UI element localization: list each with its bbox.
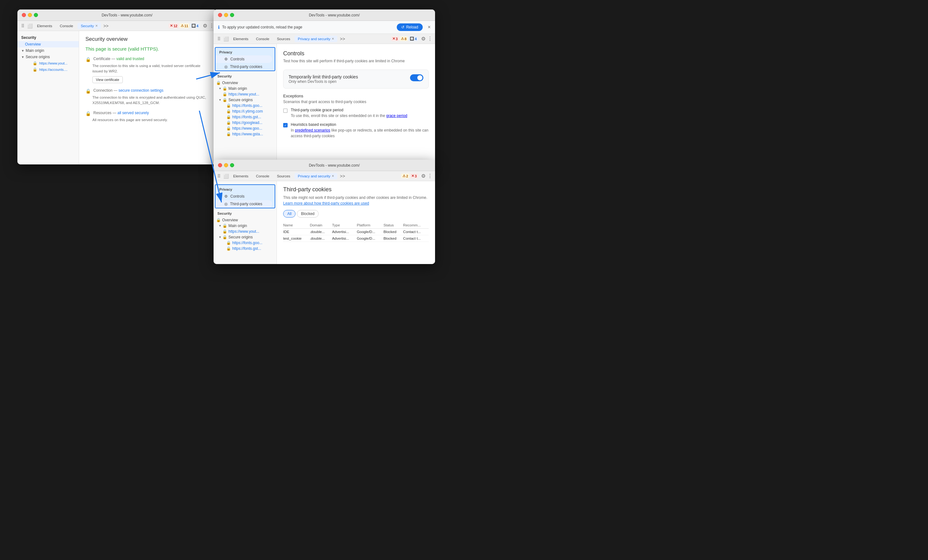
minimize-button-3[interactable] bbox=[224, 163, 228, 167]
tree-main-url-3[interactable]: 🔒 https://www.yout... bbox=[214, 228, 276, 234]
tree-secure-url5-2[interactable]: 🔒 https://www.goo... bbox=[214, 126, 276, 131]
connection-status-link[interactable]: secure connection settings bbox=[118, 88, 163, 93]
cert-body: The connection to this site is using a v… bbox=[85, 63, 211, 83]
tab-elements-2[interactable]: Elements bbox=[230, 36, 252, 42]
close-button-1[interactable] bbox=[22, 13, 26, 17]
close-button-2[interactable] bbox=[218, 13, 222, 17]
sidebar-third-party-3[interactable]: ◎ Third-party cookies bbox=[215, 200, 272, 208]
devtools-icon-2b[interactable]: ⬜ bbox=[223, 36, 229, 42]
more-tabs-1[interactable]: >> bbox=[102, 23, 110, 29]
more-icon-3[interactable]: ⋮ bbox=[427, 173, 432, 179]
filter-all-tab[interactable]: All bbox=[283, 210, 296, 218]
cell-type: Advertisi... bbox=[332, 228, 357, 235]
gear-icon-3[interactable]: ⚙ bbox=[421, 173, 426, 179]
close-button-3[interactable] bbox=[218, 163, 222, 167]
tree-secure-url2-2[interactable]: 🔒 https://i.ytimg.com bbox=[214, 108, 276, 114]
learn-more-link[interactable]: Learn more about how third-party cookies… bbox=[283, 201, 369, 205]
tab-privacy-security[interactable]: Privacy and security ✕ bbox=[295, 36, 337, 42]
tab-sources-3[interactable]: Sources bbox=[274, 173, 293, 179]
devtools-icon-1[interactable]: ⠿ bbox=[20, 23, 26, 29]
table-row[interactable]: IDE.double...Advertisi...Google/D...Bloc… bbox=[283, 228, 429, 235]
close-icon-security-tab[interactable]: ✕ bbox=[95, 24, 98, 27]
devtools-icon-3a[interactable]: ⠿ bbox=[216, 173, 222, 179]
close-icon-privacy-tab[interactable]: ✕ bbox=[331, 37, 334, 41]
resources-status-link[interactable]: all served securely bbox=[118, 111, 149, 115]
lock-icon-res: 🔒 bbox=[85, 111, 91, 116]
close-icon-tab-3[interactable]: ✕ bbox=[331, 174, 334, 178]
tab-console-2[interactable]: Console bbox=[253, 36, 272, 42]
tab-console-3[interactable]: Console bbox=[253, 173, 272, 179]
resources-header: 🔒 Resources — all served securely bbox=[85, 111, 211, 116]
predefined-scenarios-link[interactable]: predefined scenarios bbox=[295, 128, 330, 132]
sidebar-item-url2[interactable]: 🔒 https://accounts.... bbox=[17, 66, 79, 73]
lock-icon-overview-2: 🔒 bbox=[216, 81, 221, 85]
filter-blocked-tab[interactable]: Blocked bbox=[297, 210, 319, 218]
maximize-button-2[interactable] bbox=[230, 13, 234, 17]
tree-secure-url6-2[interactable]: 🔒 https://www.gsta... bbox=[214, 131, 276, 137]
col-domain: Domain bbox=[310, 222, 332, 228]
window-title-2: DevTools - www.youtube.com/ bbox=[238, 13, 430, 17]
cell-platform: Google/D... bbox=[357, 228, 383, 235]
sidebar-controls-3[interactable]: ⚙ Controls bbox=[215, 193, 275, 200]
connection-section: 🔒 Connection — secure connection setting… bbox=[85, 88, 211, 106]
devtools-icon-3b[interactable]: ⬜ bbox=[223, 173, 229, 179]
sidebar-third-party[interactable]: ◎ Third-party cookies bbox=[215, 63, 275, 70]
tree-secure-url1-2[interactable]: 🔒 https://fonts.goo... bbox=[214, 103, 276, 108]
tab-sources-2[interactable]: Sources bbox=[274, 36, 293, 42]
maximize-button-1[interactable] bbox=[34, 13, 38, 17]
lock-icon-su6-2: 🔒 bbox=[226, 132, 231, 136]
cell-recomm: Contact t... bbox=[403, 228, 429, 235]
col-name: Name bbox=[283, 222, 310, 228]
sidebar-item-url1[interactable]: 🔒 https://www.yout... bbox=[17, 60, 79, 66]
grace-period-link[interactable]: grace period bbox=[386, 114, 408, 118]
sidebar-item-overview[interactable]: Overview bbox=[17, 41, 79, 47]
limit-title: Temporarily limit third-party cookies bbox=[288, 74, 358, 79]
tree-secure-url1-3[interactable]: 🔒 https://fonts.goo... bbox=[214, 240, 276, 246]
tab-elements-1[interactable]: Elements bbox=[34, 23, 55, 29]
traffic-lights-2 bbox=[218, 13, 234, 17]
tree-secure-url3-2[interactable]: 🔒 https://fonts.gst... bbox=[214, 114, 276, 120]
cert-status-link[interactable]: valid and trusted bbox=[116, 56, 144, 61]
tab-security[interactable]: Security ✕ bbox=[78, 23, 101, 29]
close-banner-button[interactable]: × bbox=[428, 24, 430, 30]
sidebar-controls[interactable]: ⚙ Controls bbox=[215, 55, 272, 63]
tabbar-2: ⠿ ⬜ Elements Console Sources Privacy and… bbox=[214, 34, 435, 44]
more-tabs-3[interactable]: >> bbox=[339, 173, 346, 179]
more-tabs-2[interactable]: >> bbox=[339, 37, 346, 41]
checkbox-heuristics[interactable]: ✓ bbox=[283, 123, 288, 128]
tree-main-url-2[interactable]: 🔒 https://www.yout... bbox=[214, 91, 276, 97]
cell-status: Blocked bbox=[383, 228, 403, 235]
tab-console-1[interactable]: Console bbox=[56, 23, 76, 29]
maximize-button-3[interactable] bbox=[230, 163, 234, 167]
more-icon-2[interactable]: ⋮ bbox=[427, 36, 432, 42]
tree-secure-origins-toggle-2[interactable]: ▼ 🔒 Secure origins bbox=[214, 97, 276, 103]
lock-icon-secure-3: 🔒 bbox=[223, 235, 227, 239]
exception-title-1: Third-party cookie grace period bbox=[291, 108, 343, 112]
tree-secure-origins-toggle-3[interactable]: ▼ 🔒 Secure origins bbox=[214, 234, 276, 240]
minimize-button-2[interactable] bbox=[224, 13, 228, 17]
tab-elements-3[interactable]: Elements bbox=[230, 173, 252, 179]
limit-cookies-section: Temporarily limit third-party cookies On… bbox=[283, 70, 429, 88]
limit-cookies-toggle[interactable] bbox=[410, 74, 423, 81]
security-tree-2: 🔒 Overview ▼ 🔒 Main origin 🔒 https://www… bbox=[214, 79, 276, 137]
view-certificate-button[interactable]: View certificate bbox=[92, 76, 123, 83]
tree-overview-3[interactable]: 🔒 Overview bbox=[214, 217, 276, 223]
tree-secure-url4-2[interactable]: 🔒 https://googlead... bbox=[214, 120, 276, 126]
sidebar-toggle-main-origin[interactable]: ▼ Main origin bbox=[17, 47, 79, 54]
sidebar-toggle-secure-origins[interactable]: ▼ Secure origins bbox=[17, 54, 79, 60]
info-icon-1: 🔲 bbox=[191, 24, 196, 28]
tree-main-origin-toggle-3[interactable]: ▼ 🔒 Main origin bbox=[214, 223, 276, 228]
table-row[interactable]: test_cookie.double...Advertisi...Google/… bbox=[283, 235, 429, 242]
gear-icon-1[interactable]: ⚙ bbox=[203, 23, 207, 29]
tree-secure-url2-3[interactable]: 🔒 https://fonts.gst... bbox=[214, 246, 276, 251]
minimize-button-1[interactable] bbox=[28, 13, 32, 17]
tab-privacy-security-3[interactable]: Privacy and security ✕ bbox=[295, 173, 337, 179]
tree-main-origin-toggle-2[interactable]: ▼ 🔒 Main origin bbox=[214, 86, 276, 91]
devtools-icon-2[interactable]: ⬜ bbox=[27, 23, 33, 29]
tree-overview-2[interactable]: 🔒 Overview bbox=[214, 80, 276, 86]
checkbox-grace-period[interactable] bbox=[283, 108, 288, 113]
reload-button[interactable]: ↺ Reload bbox=[397, 23, 423, 31]
arrow-secure-origins-3: ▼ bbox=[219, 236, 223, 239]
gear-icon-2[interactable]: ⚙ bbox=[421, 36, 426, 42]
devtools-icon-2a[interactable]: ⠿ bbox=[216, 36, 222, 42]
